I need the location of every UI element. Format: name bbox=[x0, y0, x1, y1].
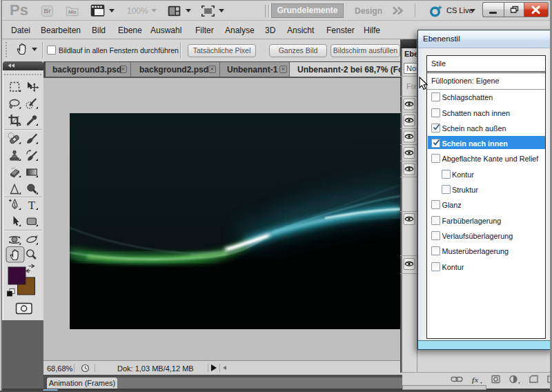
svg-text:fx: fx bbox=[472, 375, 479, 384]
svg-text:Mb: Mb bbox=[68, 9, 77, 15]
svg-text:T: T bbox=[28, 199, 36, 212]
